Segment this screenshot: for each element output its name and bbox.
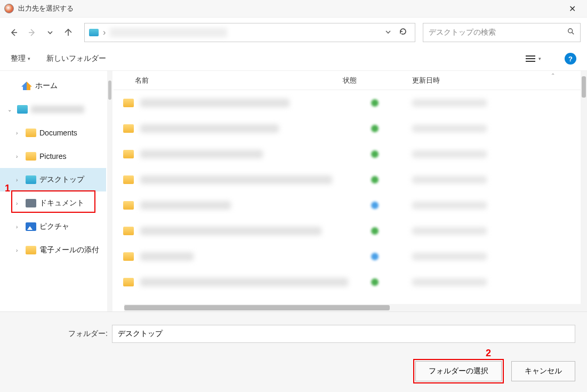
folder-icon [26, 129, 36, 137]
folder-field-row: フォルダー: [12, 325, 575, 343]
close-button[interactable]: ✕ [561, 0, 583, 17]
caret-down-icon: ▾ [28, 56, 30, 61]
new-folder-button[interactable]: 新しいフォルダー [46, 54, 106, 63]
view-menu[interactable]: ▾ [526, 55, 541, 62]
status-dot-icon [371, 227, 379, 235]
breadcrumb-sep: › [103, 28, 106, 37]
sidebar-label: デスクトップ [39, 175, 84, 185]
refresh-icon [399, 27, 407, 36]
sidebar-item-email-attach[interactable]: › 電子メールの添付 [0, 238, 106, 262]
file-status [343, 99, 407, 107]
search-box[interactable]: デスクトップの検索 [423, 23, 581, 42]
chevron-down-icon [47, 29, 53, 36]
footer: フォルダー: フォルダーの選択 キャンセル 2 [0, 311, 587, 392]
file-row[interactable] [114, 193, 587, 218]
folder-field-label: フォルダー: [65, 329, 108, 339]
file-date [407, 278, 587, 286]
folder-icon [123, 99, 134, 107]
file-row[interactable] [114, 141, 587, 167]
file-date [407, 253, 587, 260]
status-dot-icon [371, 253, 379, 260]
scrollbar-thumb[interactable] [124, 305, 390, 310]
sidebar-scrollbar[interactable] [106, 71, 114, 311]
file-name [140, 124, 343, 133]
organize-menu[interactable]: 整理 ▾ [11, 54, 30, 63]
file-row[interactable] [114, 90, 587, 116]
sidebar-label: Pictures [39, 152, 67, 161]
chevron-right-icon: › [16, 177, 22, 183]
address-dropdown[interactable] [385, 28, 391, 37]
file-date [407, 227, 587, 235]
file-name [140, 150, 343, 158]
column-modified-label: 更新日時 [412, 76, 440, 84]
annotation-marker-1: 1 [5, 183, 10, 194]
horizontal-scrollbar[interactable] [124, 304, 582, 311]
status-dot-icon [371, 202, 379, 209]
chevron-down-icon [385, 29, 391, 35]
back-button[interactable] [6, 22, 21, 43]
sidebar-item-account[interactable]: ⌄ [0, 98, 106, 121]
chevron-right-icon: › [16, 130, 22, 136]
location-icon [89, 29, 99, 36]
file-date [407, 202, 587, 209]
titlebar: 出力先を選択する ✕ [0, 0, 587, 17]
toolbar: 整理 ▾ 新しいフォルダー ▾ ? [0, 47, 587, 70]
sidebar-item-home[interactable]: ホーム [0, 74, 106, 98]
column-status[interactable]: 状態 [343, 76, 407, 85]
file-row[interactable] [114, 269, 587, 295]
column-modified[interactable]: 更新日時 ⌃ [407, 76, 587, 85]
file-date [407, 99, 587, 107]
file-name [140, 175, 343, 184]
address-bar[interactable]: › [84, 23, 415, 42]
chevron-right-icon: › [16, 224, 22, 230]
sidebar-label: ドキュメント [39, 198, 84, 208]
status-dot-icon [371, 150, 379, 158]
window-title: 出力先を選択する [18, 4, 74, 13]
file-name [140, 278, 343, 286]
folder-name-input[interactable] [112, 325, 575, 343]
sidebar-item-desktop[interactable]: › デスクトップ [0, 168, 106, 191]
up-button[interactable] [61, 22, 76, 43]
status-dot-icon [371, 176, 379, 183]
help-button[interactable]: ? [565, 53, 576, 65]
vertical-scrollbar[interactable] [581, 71, 587, 311]
sidebar-item-documents[interactable]: › Documents [0, 121, 106, 145]
organize-label: 整理 [11, 54, 26, 63]
refresh-button[interactable] [396, 27, 411, 38]
file-date [407, 176, 587, 183]
file-row[interactable] [114, 244, 587, 269]
sidebar-label [31, 106, 84, 113]
file-row[interactable] [114, 116, 587, 141]
file-status [343, 150, 407, 158]
sidebar-item-documents-jp[interactable]: › ドキュメント [0, 191, 106, 215]
chevron-right-icon: › [16, 201, 22, 206]
cloud-icon [17, 105, 28, 114]
svg-point-0 [568, 28, 573, 33]
cancel-button[interactable]: キャンセル [511, 361, 575, 381]
breadcrumb-path [110, 28, 227, 37]
search-icon [567, 28, 575, 37]
file-row[interactable] [114, 218, 587, 244]
file-row[interactable] [114, 167, 587, 193]
status-dot-icon [371, 125, 379, 132]
folder-icon [26, 152, 36, 161]
select-folder-button[interactable]: フォルダーの選択 [415, 361, 502, 381]
file-status [343, 253, 407, 260]
sidebar-item-pictures[interactable]: › Pictures [0, 145, 106, 168]
scrollbar-thumb[interactable] [582, 76, 586, 98]
sidebar-label: Documents [39, 129, 77, 137]
recent-dropdown[interactable] [43, 22, 58, 43]
column-name[interactable]: 名前 [114, 76, 343, 85]
pictures-icon [26, 222, 36, 231]
file-name [140, 227, 343, 235]
sidebar-item-pictures-jp[interactable]: › ピクチャ [0, 215, 106, 238]
sidebar-label: ホーム [35, 81, 58, 91]
forward-button[interactable] [25, 22, 39, 43]
chevron-down-icon: ⌄ [7, 107, 14, 113]
arrow-left-icon [10, 28, 18, 37]
button-row: フォルダーの選択 キャンセル [415, 361, 575, 381]
caret-down-icon: ▾ [538, 56, 541, 61]
file-status [343, 278, 407, 286]
file-name [140, 201, 343, 210]
scrollbar-thumb[interactable] [108, 81, 111, 100]
